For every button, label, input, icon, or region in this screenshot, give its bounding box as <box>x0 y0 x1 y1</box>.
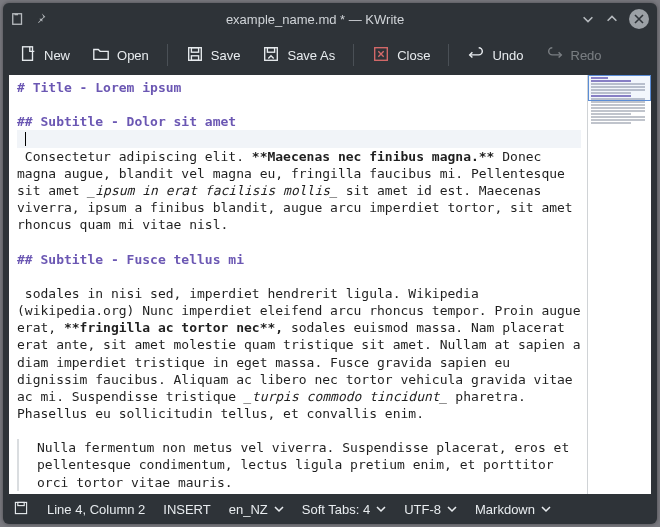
maximize-icon[interactable] <box>605 12 619 26</box>
redo-label: Redo <box>571 48 602 63</box>
save-as-button[interactable]: Save As <box>254 41 343 70</box>
toolbar-separator <box>353 44 354 66</box>
app-menu-icon[interactable] <box>11 12 25 26</box>
locale-label: en_NZ <box>229 502 268 517</box>
toolbar: New Open Save Save As Close Undo Redo <box>3 35 657 75</box>
svg-rect-2 <box>189 47 202 60</box>
edit-mode[interactable]: INSERT <box>163 502 210 517</box>
toolbar-separator <box>167 44 168 66</box>
cursor-position[interactable]: Line 4, Column 2 <box>47 502 145 517</box>
encoding-label: UTF-8 <box>404 502 441 517</box>
paragraph-text: Consectetur adipiscing elit. **Maecenas … <box>17 149 581 233</box>
minimap[interactable] <box>587 75 651 494</box>
current-line <box>17 130 581 147</box>
save-icon <box>186 45 204 66</box>
paragraph-text: sodales in nisi sed, imperdiet hendrerit… <box>17 286 587 421</box>
close-window-button[interactable] <box>629 9 649 29</box>
open-label: Open <box>117 48 149 63</box>
undo-button[interactable]: Undo <box>459 41 531 70</box>
heading-2: ## Subtitle - Fusce tellus mi <box>17 252 244 267</box>
indentation-selector[interactable]: Soft Tabs: 4 <box>302 502 386 517</box>
save-indicator-icon[interactable] <box>13 500 29 519</box>
close-label: Close <box>397 48 430 63</box>
indent-label: Soft Tabs: 4 <box>302 502 370 517</box>
minimize-icon[interactable] <box>581 12 595 26</box>
pin-icon[interactable] <box>35 12 49 26</box>
indented-block: Nulla fermentum non metus vel viverra. S… <box>17 439 581 490</box>
svg-rect-0 <box>13 14 22 25</box>
syntax-selector[interactable]: Markdown <box>475 502 551 517</box>
close-icon <box>372 45 390 66</box>
save-as-icon <box>262 45 280 66</box>
toolbar-separator <box>448 44 449 66</box>
encoding-selector[interactable]: UTF-8 <box>404 502 457 517</box>
svg-rect-5 <box>265 47 278 60</box>
chevron-down-icon <box>376 504 386 514</box>
titlebar: example_name.md * — KWrite <box>3 3 657 35</box>
folder-open-icon <box>92 45 110 66</box>
redo-icon <box>546 45 564 66</box>
new-button[interactable]: New <box>11 41 78 70</box>
undo-label: Undo <box>492 48 523 63</box>
save-label: Save <box>211 48 241 63</box>
save-button[interactable]: Save <box>178 41 249 70</box>
redo-button[interactable]: Redo <box>538 41 610 70</box>
syntax-label: Markdown <box>475 502 535 517</box>
open-button[interactable]: Open <box>84 41 157 70</box>
save-as-label: Save As <box>287 48 335 63</box>
editor-area: # Title - Lorem ipsum ## Subtitle - Dolo… <box>9 75 651 494</box>
minimap-viewport[interactable] <box>588 75 651 101</box>
chevron-down-icon <box>274 504 284 514</box>
chevron-down-icon <box>541 504 551 514</box>
locale-selector[interactable]: en_NZ <box>229 502 284 517</box>
close-document-button[interactable]: Close <box>364 41 438 70</box>
heading-1: # Title - Lorem ipsum <box>17 80 181 95</box>
svg-rect-3 <box>191 47 198 52</box>
undo-icon <box>467 45 485 66</box>
svg-rect-8 <box>15 502 26 513</box>
svg-rect-1 <box>23 46 33 60</box>
heading-2: ## Subtitle - Dolor sit amet <box>17 114 236 129</box>
file-new-icon <box>19 45 37 66</box>
text-caret <box>25 132 26 146</box>
new-label: New <box>44 48 70 63</box>
text-editor[interactable]: # Title - Lorem ipsum ## Subtitle - Dolo… <box>9 75 587 494</box>
chevron-down-icon <box>447 504 457 514</box>
svg-rect-4 <box>191 55 198 60</box>
svg-rect-6 <box>268 47 275 52</box>
svg-rect-9 <box>18 502 24 505</box>
app-window: example_name.md * — KWrite New Open Save <box>3 3 657 524</box>
window-title: example_name.md * — KWrite <box>49 12 581 27</box>
statusbar: Line 4, Column 2 INSERT en_NZ Soft Tabs:… <box>3 494 657 524</box>
